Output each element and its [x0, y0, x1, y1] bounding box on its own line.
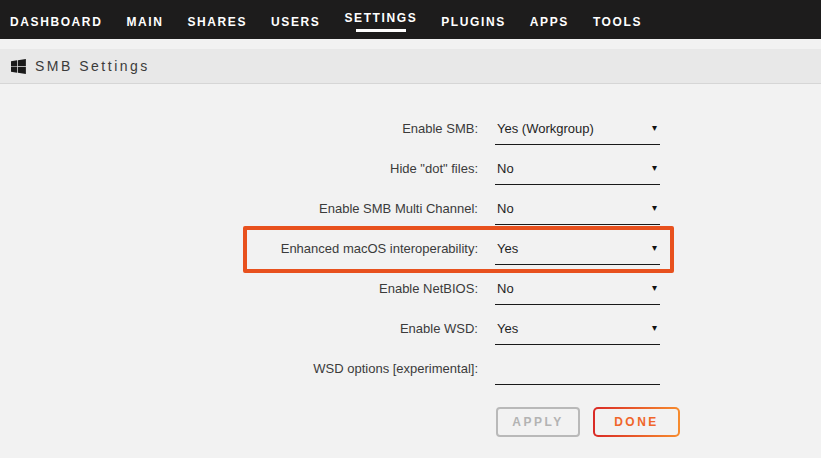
nav-item-dashboard[interactable]: DASHBOARD	[10, 11, 102, 29]
form-row-enable-smb: Enable SMB: Yes (Workgroup) ▾	[0, 118, 821, 158]
chevron-down-icon: ▾	[652, 323, 657, 333]
top-nav: DASHBOARD MAIN SHARES USERS SETTINGS PLU…	[0, 0, 821, 39]
field-label: Enable SMB:	[0, 118, 478, 136]
select-value: No	[497, 201, 514, 216]
enable-smb-select[interactable]: Yes (Workgroup) ▾	[495, 118, 660, 145]
windows-icon	[11, 59, 26, 74]
chevron-down-icon: ▾	[652, 163, 657, 173]
chevron-down-icon: ▾	[652, 203, 657, 213]
select-value: Yes (Workgroup)	[497, 121, 594, 136]
enable-netbios-select[interactable]: No ▾	[495, 278, 660, 305]
form-row-enable-netbios: Enable NetBIOS: No ▾	[0, 278, 821, 318]
enhanced-macos-select[interactable]: Yes ▾	[495, 238, 660, 265]
select-value: No	[497, 161, 514, 176]
field-label: Enhanced macOS interoperability:	[0, 238, 478, 256]
field-label: Enable SMB Multi Channel:	[0, 198, 478, 216]
form-actions: APPLY DONE	[0, 407, 821, 437]
chevron-down-icon: ▾	[652, 243, 657, 253]
nav-item-apps[interactable]: APPS	[530, 11, 569, 29]
wsd-options-field-wrap	[495, 358, 660, 385]
field-label: Enable WSD:	[0, 318, 478, 336]
select-value: No	[497, 281, 514, 296]
chevron-down-icon: ▾	[652, 283, 657, 293]
nav-item-tools[interactable]: TOOLS	[593, 11, 642, 29]
page-title: SMB Settings	[35, 58, 150, 74]
form-row-enhanced-macos: Enhanced macOS interoperability: Yes ▾	[0, 238, 821, 278]
done-button-label: DONE	[595, 409, 678, 435]
nav-item-main[interactable]: MAIN	[126, 11, 163, 29]
nav-item-shares[interactable]: SHARES	[187, 11, 247, 29]
nav-item-settings[interactable]: SETTINGS	[344, 7, 417, 32]
form-row-wsd-options: WSD options [experimental]:	[0, 358, 821, 398]
nav-item-users[interactable]: USERS	[271, 11, 320, 29]
form-row-enable-wsd: Enable WSD: Yes ▾	[0, 318, 821, 358]
field-label: Enable NetBIOS:	[0, 278, 478, 296]
field-label: Hide "dot" files:	[0, 158, 478, 176]
smb-multi-channel-select[interactable]: No ▾	[495, 198, 660, 225]
nav-item-plugins[interactable]: PLUGINS	[441, 11, 506, 29]
select-value: Yes	[497, 321, 518, 336]
page-title-bar: SMB Settings	[0, 49, 821, 84]
enable-wsd-select[interactable]: Yes ▾	[495, 318, 660, 345]
chevron-down-icon: ▾	[652, 123, 657, 133]
field-label: WSD options [experimental]:	[0, 358, 478, 376]
form-row-hide-dot-files: Hide "dot" files: No ▾	[0, 158, 821, 198]
smb-settings-form: Enable SMB: Yes (Workgroup) ▾ Hide "dot"…	[0, 118, 821, 398]
form-row-smb-multi-channel: Enable SMB Multi Channel: No ▾	[0, 198, 821, 238]
select-value: Yes	[497, 241, 518, 256]
wsd-options-input[interactable]	[497, 361, 658, 376]
apply-button[interactable]: APPLY	[496, 407, 580, 437]
done-button[interactable]: DONE	[593, 407, 680, 437]
hide-dot-files-select[interactable]: No ▾	[495, 158, 660, 185]
